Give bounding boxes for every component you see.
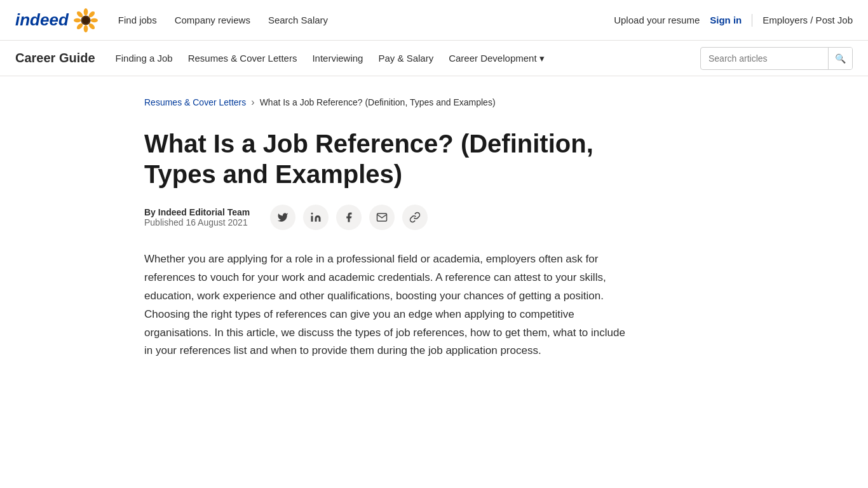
copy-link-button[interactable] — [402, 205, 428, 230]
twitter-icon — [277, 212, 288, 223]
pay-salary-link[interactable]: Pay & Salary — [378, 53, 433, 64]
email-icon — [376, 212, 388, 223]
finding-a-job-link[interactable]: Finding a Job — [116, 53, 173, 64]
article-title: What Is a Job Reference? (Definition, Ty… — [144, 128, 602, 189]
search-articles-button[interactable]: 🔍 — [828, 48, 852, 69]
author-info: By Indeed Editorial Team Published 16 Au… — [144, 207, 250, 227]
article-meta-row: By Indeed Editorial Team Published 16 Au… — [144, 205, 724, 230]
article-body: Whether you are applying for a role in a… — [144, 250, 627, 360]
svg-point-6 — [74, 18, 81, 22]
upload-resume-link[interactable]: Upload your resume — [614, 15, 700, 25]
article-intro-paragraph: Whether you are applying for a role in a… — [144, 250, 627, 360]
svg-point-0 — [83, 8, 88, 15]
career-development-link[interactable]: Career Development ▾ — [449, 53, 544, 64]
nav-divider — [752, 14, 752, 27]
linkedin-share-button[interactable] — [303, 205, 329, 230]
twitter-share-button[interactable] — [270, 205, 295, 230]
interviewing-link[interactable]: Interviewing — [312, 53, 363, 64]
facebook-share-button[interactable] — [336, 205, 362, 230]
career-guide-navigation: Career Guide Finding a Job Resumes & Cov… — [0, 41, 868, 76]
linkedin-icon — [310, 212, 322, 223]
breadcrumb-current: What Is a Job Reference? (Definition, Ty… — [260, 97, 496, 107]
svg-point-2 — [90, 18, 97, 22]
svg-point-9 — [82, 17, 89, 24]
search-salary-link[interactable]: Search Salary — [268, 15, 328, 25]
social-buttons — [270, 205, 428, 230]
sunflower-icon — [74, 8, 98, 32]
sign-in-button[interactable]: Sign in — [710, 15, 742, 25]
breadcrumb-separator: › — [251, 97, 254, 108]
top-navigation: indeed Find jobs Company reviews Search … — [0, 0, 868, 41]
search-icon: 🔍 — [835, 53, 846, 64]
top-nav-right: Upload your resume Sign in Employers / P… — [614, 14, 853, 27]
author-name: By Indeed Editorial Team — [144, 207, 250, 217]
breadcrumb-parent-link[interactable]: Resumes & Cover Letters — [144, 97, 246, 107]
email-share-button[interactable] — [369, 205, 395, 230]
find-jobs-link[interactable]: Find jobs — [118, 15, 157, 25]
facebook-icon — [343, 212, 355, 223]
logo-area: indeed — [15, 8, 98, 32]
employers-link[interactable]: Employers / Post Job — [763, 15, 853, 25]
link-icon — [409, 212, 421, 223]
top-nav-links: Find jobs Company reviews Search Salary — [118, 15, 614, 25]
svg-point-4 — [83, 25, 88, 32]
chevron-down-icon: ▾ — [539, 53, 545, 64]
career-guide-title: Career Guide — [15, 51, 95, 65]
search-articles-input[interactable] — [701, 53, 828, 64]
search-articles-container: 🔍 — [700, 47, 853, 70]
resumes-cover-letters-link[interactable]: Resumes & Cover Letters — [188, 53, 297, 64]
breadcrumb: Resumes & Cover Letters › What Is a Job … — [144, 97, 724, 108]
company-reviews-link[interactable]: Company reviews — [175, 15, 250, 25]
main-content: Resumes & Cover Letters › What Is a Job … — [129, 76, 739, 391]
career-nav-links: Finding a Job Resumes & Cover Letters In… — [116, 53, 700, 64]
indeed-logo[interactable]: indeed — [15, 10, 69, 30]
publish-date: Published 16 August 2021 — [144, 217, 250, 227]
svg-point-10 — [311, 213, 313, 215]
